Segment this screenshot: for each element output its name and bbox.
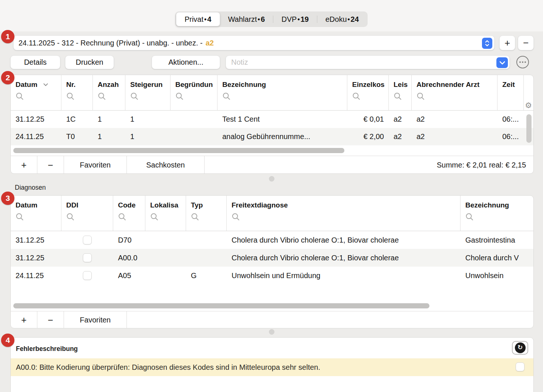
- table-cell: 24.11.25: [11, 267, 61, 284]
- horizontal-scrollbar-thumb[interactable]: [13, 303, 429, 308]
- search-filter-icon[interactable]: [175, 92, 184, 101]
- col-header-leistung[interactable]: Leis: [389, 75, 412, 110]
- search-filter-icon[interactable]: [191, 213, 199, 221]
- tab-bullet: •: [258, 16, 260, 23]
- billing-category-tabs: Privat•4 Wahlarzt•6 DVP•19 eDoku•24: [175, 11, 368, 27]
- tab-count: 24: [351, 15, 359, 24]
- search-filter-icon[interactable]: [118, 213, 127, 221]
- horizontal-scrollbar-thumb[interactable]: [13, 148, 344, 153]
- diagnosis-row[interactable]: 31.12.25A00.0Cholera durch Vibrio choler…: [11, 249, 533, 267]
- search-filter-icon[interactable]: [66, 92, 75, 101]
- remove-diagnosis-button[interactable]: −: [37, 311, 64, 328]
- service-row[interactable]: 24.11.25T011analog Gebührennumme...€ 2,0…: [11, 128, 533, 145]
- sum-total-label: Summe: € 2,01 real: € 2,15: [437, 156, 533, 174]
- table-cell: [61, 267, 113, 284]
- row-checkbox[interactable]: [83, 236, 92, 244]
- more-options-icon[interactable]: [516, 56, 529, 68]
- favorites-button[interactable]: Favoriten: [64, 156, 127, 174]
- print-button[interactable]: Drucken: [65, 55, 114, 69]
- row-checkbox[interactable]: [83, 271, 92, 280]
- warning-message-row[interactable]: A00.0: Bitte Kodierung überprüfen: Diagn…: [11, 358, 533, 376]
- diagnosis-row[interactable]: 24.11.25A05GUnwohlsein und ErmüdungUnwoh…: [11, 267, 533, 284]
- search-filter-icon[interactable]: [66, 213, 75, 221]
- note-dropdown-button[interactable]: [496, 57, 508, 68]
- col-header-lokalisation[interactable]: Lokalisa: [145, 196, 186, 231]
- tab-edoku[interactable]: eDoku•24: [317, 12, 367, 26]
- add-diagnosis-button[interactable]: +: [11, 311, 37, 328]
- add-invoice-button[interactable]: +: [499, 36, 515, 50]
- pane-splitter-handle[interactable]: [269, 329, 274, 335]
- table-cell: Unwohlsein und Ermüdung: [227, 267, 461, 284]
- remove-invoice-button[interactable]: −: [518, 36, 534, 50]
- col-header-datum[interactable]: Datum: [11, 196, 61, 231]
- details-button[interactable]: Details: [10, 55, 60, 69]
- col-header-abrechnender-arzt[interactable]: Abrechnender Arzt: [412, 75, 498, 110]
- col-header-nr[interactable]: Nr.: [61, 75, 93, 110]
- invoice-select[interactable]: 24.11.2025 - 312 - Rechnung (Privat) - u…: [13, 36, 495, 50]
- recheck-button[interactable]: ↻: [512, 341, 528, 355]
- col-header-begruendung[interactable]: Begründun: [171, 75, 217, 110]
- refresh-icon: ↻: [515, 342, 526, 353]
- favorites-button[interactable]: Favoriten: [64, 311, 127, 328]
- search-filter-icon[interactable]: [98, 92, 106, 101]
- diagnosis-row[interactable]: 31.12.25D70Cholera durch Vibrio cholerae…: [11, 231, 533, 249]
- search-filter-icon[interactable]: [416, 92, 425, 101]
- services-table-body: 31.12.251C11Test 1 Cent€ 0,01a2a206:...2…: [11, 111, 533, 145]
- search-filter-icon[interactable]: [465, 213, 474, 221]
- search-filter-icon[interactable]: [16, 92, 24, 101]
- col-header-anzahl[interactable]: Anzah: [93, 75, 125, 110]
- table-cell: [171, 111, 217, 128]
- search-filter-icon[interactable]: [222, 92, 231, 101]
- tab-bullet: •: [297, 16, 300, 23]
- table-cell: [145, 249, 186, 267]
- tab-wahlarzt[interactable]: Wahlarzt•6: [220, 12, 273, 26]
- row-checkbox[interactable]: [83, 253, 92, 262]
- search-filter-icon[interactable]: [232, 213, 240, 221]
- tab-dvp[interactable]: DVP•19: [273, 12, 317, 26]
- table-cell: a2: [412, 111, 498, 128]
- table-cell: 1: [125, 111, 171, 128]
- table-cell: € 2,00: [347, 128, 389, 145]
- search-filter-icon[interactable]: [352, 92, 361, 101]
- table-cell: 1: [93, 128, 125, 145]
- col-header-ddi[interactable]: DDI: [61, 196, 113, 231]
- col-header-steigerung[interactable]: Steigerun: [125, 75, 171, 110]
- note-input[interactable]: [231, 58, 493, 67]
- search-filter-icon[interactable]: [394, 92, 402, 101]
- remove-service-button[interactable]: −: [37, 156, 64, 174]
- invoice-doctor-code: a2: [206, 39, 214, 47]
- search-filter-icon[interactable]: [16, 213, 24, 221]
- col-header-code[interactable]: Code: [113, 196, 145, 231]
- services-footer: + − Favoriten Sachkosten Summe: € 2,01 r…: [11, 156, 533, 174]
- col-header-bezeichnung[interactable]: Bezeichnung: [461, 196, 534, 231]
- table-cell: a2: [412, 128, 498, 145]
- col-header-bezeichnung[interactable]: Bezeichnung: [217, 75, 347, 110]
- table-cell: Cholera durch Vibrio cholerae O:1, Biova…: [227, 231, 461, 249]
- add-service-button[interactable]: +: [11, 156, 37, 174]
- tab-label: Privat: [185, 15, 203, 24]
- col-header-einzelkosten[interactable]: Einzelkos: [347, 75, 389, 110]
- search-filter-icon[interactable]: [150, 213, 159, 221]
- warning-checkbox[interactable]: [516, 362, 525, 371]
- pane-splitter-handle[interactable]: [269, 176, 274, 182]
- step-badge-3: 3: [1, 192, 14, 205]
- col-header-typ[interactable]: Typ: [186, 196, 227, 231]
- col-header-zeit[interactable]: Zeit: [498, 75, 524, 110]
- table-settings-gear-icon[interactable]: ⚙: [525, 101, 532, 109]
- table-cell: [145, 231, 186, 249]
- table-cell: [145, 267, 186, 284]
- search-filter-icon[interactable]: [130, 92, 139, 101]
- col-header-freitextdiagnose[interactable]: Freitextdiagnose: [227, 196, 461, 231]
- services-table-header: Datum Nr. Anzah Steigerun Begründun: [11, 75, 533, 111]
- material-costs-button[interactable]: Sachkosten: [127, 156, 205, 174]
- service-row[interactable]: 31.12.251C11Test 1 Cent€ 0,01a2a206:...: [11, 111, 533, 128]
- actions-button[interactable]: Aktionen...: [152, 55, 220, 69]
- table-cell: € 0,01: [347, 111, 389, 128]
- tab-privat[interactable]: Privat•4: [176, 12, 220, 26]
- tab-count: 6: [261, 15, 265, 24]
- col-header-datum[interactable]: Datum: [11, 75, 61, 110]
- table-cell: [186, 231, 227, 249]
- services-table: Datum Nr. Anzah Steigerun Begründun: [10, 75, 534, 174]
- vertical-scrollbar-thumb[interactable]: [526, 114, 532, 143]
- horizontal-scrollbar: [11, 145, 533, 156]
